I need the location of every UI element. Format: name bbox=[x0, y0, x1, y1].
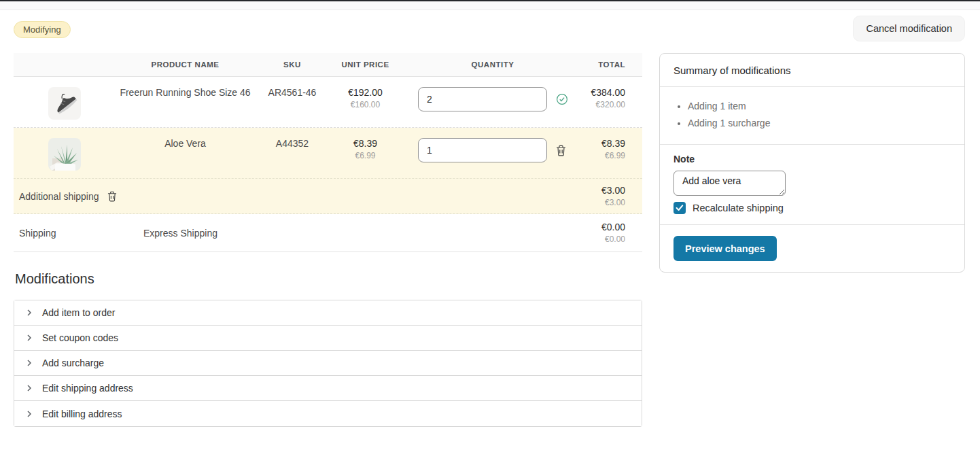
accordion-item-label: Add item to order bbox=[42, 307, 115, 318]
accordion-item-label: Edit shipping address bbox=[42, 383, 133, 394]
summary-title: Summary of modifications bbox=[660, 54, 964, 87]
trash-icon bbox=[556, 145, 566, 156]
summary-bullet-list: Adding 1 item Adding 1 surcharge bbox=[660, 87, 964, 145]
page-content: Modifying Cancel modification PRODUCT NA… bbox=[0, 10, 980, 427]
accordion-item-set-coupon-codes[interactable]: Set coupon codes bbox=[14, 326, 642, 351]
top-bar bbox=[0, 0, 980, 10]
summary-bullet: Adding 1 item bbox=[688, 101, 951, 111]
recalculate-shipping-checkbox[interactable] bbox=[673, 202, 686, 214]
remove-item-button[interactable] bbox=[556, 145, 566, 156]
table-row-modified: Aloe Vera A44352 €8.39 €6.99 bbox=[14, 128, 642, 179]
surcharge-label: Additional shipping bbox=[19, 191, 99, 202]
note-textarea[interactable]: Add aloe vera bbox=[673, 171, 786, 196]
chevron-right-icon bbox=[25, 384, 33, 392]
product-image-running-shoe bbox=[48, 87, 81, 120]
order-items-table: PRODUCT NAME SKU UNIT PRICE QUANTITY TOT… bbox=[14, 53, 642, 252]
shipping-method: Express Shipping bbox=[143, 228, 217, 239]
check-circle-icon bbox=[556, 93, 568, 105]
chevron-right-icon bbox=[25, 309, 33, 317]
line-total-original: €320.00 bbox=[584, 100, 625, 109]
accordion-item-add-surcharge[interactable]: Add surcharge bbox=[14, 351, 642, 376]
column-header-quantity: QUANTITY bbox=[401, 60, 584, 69]
quantity-input[interactable] bbox=[418, 87, 547, 111]
unit-price-original: €160.00 bbox=[330, 100, 401, 109]
cancel-modification-button[interactable]: Cancel modification bbox=[853, 16, 965, 41]
page-header: Modifying Cancel modification bbox=[14, 16, 965, 47]
line-total: €8.39 bbox=[584, 138, 625, 149]
shipping-total: €0.00 bbox=[601, 222, 625, 232]
table-header-row: PRODUCT NAME SKU UNIT PRICE QUANTITY TOT… bbox=[14, 53, 642, 77]
preview-changes-button[interactable]: Preview changes bbox=[673, 236, 777, 261]
surcharge-total: €3.00 bbox=[601, 185, 625, 196]
accordion-item-add-item-to-order[interactable]: Add item to order bbox=[14, 300, 642, 326]
column-header-unit-price: UNIT PRICE bbox=[330, 60, 401, 69]
product-sku: A44352 bbox=[255, 128, 330, 178]
product-name: Freerun Running Shoe Size 46 bbox=[116, 77, 255, 127]
unit-price-original: €6.99 bbox=[330, 151, 401, 160]
column-header-product-name: PRODUCT NAME bbox=[116, 60, 255, 69]
chevron-right-icon bbox=[25, 334, 33, 342]
checkmark-icon bbox=[676, 205, 684, 211]
accordion-item-label: Edit billing address bbox=[42, 409, 122, 419]
line-total-original: €6.99 bbox=[584, 151, 625, 160]
recalculate-shipping-label: Recalculate shipping bbox=[693, 203, 784, 213]
product-sku: AR4561-46 bbox=[255, 77, 330, 127]
summary-of-modifications-card: Summary of modifications Adding 1 item A… bbox=[659, 53, 965, 273]
table-row: Freerun Running Shoe Size 46 AR4561-46 €… bbox=[14, 77, 642, 128]
summary-bullet: Adding 1 surcharge bbox=[688, 118, 951, 128]
note-label: Note bbox=[673, 154, 951, 164]
shipping-label: Shipping bbox=[19, 228, 56, 239]
status-badge: Modifying bbox=[14, 21, 71, 38]
note-section: Note Add aloe vera Recalculate shipping bbox=[660, 145, 964, 225]
product-image-aloe-vera bbox=[48, 138, 81, 171]
column-header-sku: SKU bbox=[255, 60, 330, 69]
accordion-item-label: Add surcharge bbox=[42, 358, 104, 368]
shipping-row: Shipping Express Shipping €0.00 €0.00 bbox=[14, 214, 642, 252]
product-name: Aloe Vera bbox=[116, 128, 255, 178]
line-total: €384.00 bbox=[584, 87, 625, 98]
accordion-item-edit-shipping-address[interactable]: Edit shipping address bbox=[14, 376, 642, 401]
unit-price: €192.00 bbox=[330, 87, 401, 98]
chevron-right-icon bbox=[25, 359, 33, 367]
quantity-input[interactable] bbox=[418, 138, 547, 162]
shipping-total-original: €0.00 bbox=[601, 234, 625, 244]
accordion-item-label: Set coupon codes bbox=[42, 332, 118, 343]
unit-price: €8.39 bbox=[330, 138, 401, 149]
surcharge-total-original: €3.00 bbox=[601, 198, 625, 207]
modifications-accordion: Add item to order Set coupon codes Add s… bbox=[14, 300, 642, 427]
accordion-item-edit-billing-address[interactable]: Edit billing address bbox=[14, 401, 642, 426]
modifications-title: Modifications bbox=[15, 271, 642, 287]
remove-surcharge-button[interactable] bbox=[107, 191, 117, 202]
trash-icon bbox=[107, 191, 117, 202]
surcharge-row: Additional shipping €3.00 €3.00 bbox=[14, 179, 642, 214]
chevron-right-icon bbox=[25, 410, 33, 418]
column-header-total: TOTAL bbox=[584, 60, 642, 69]
